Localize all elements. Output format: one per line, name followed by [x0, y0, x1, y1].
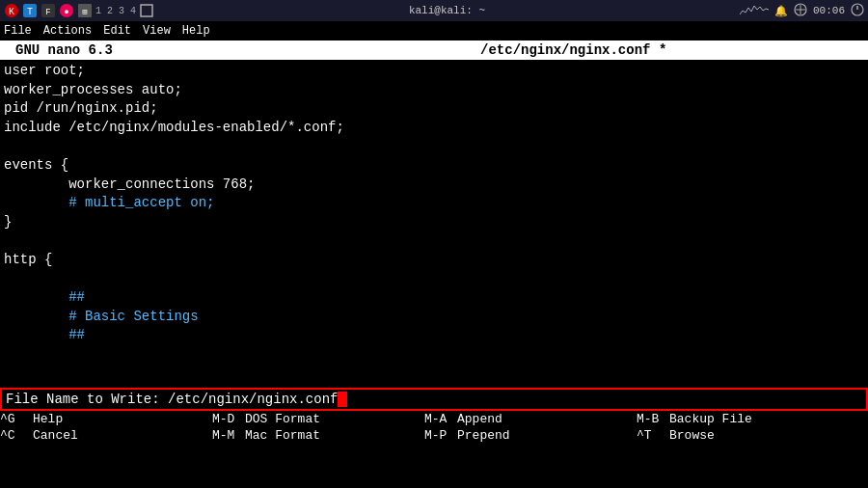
shortcut-item: M-DDOS Format [212, 412, 424, 426]
editor-line: worker_processes auto; [4, 81, 864, 100]
system-bar: K T F ● ⊞ 1 2 3 4 kali@kali: ~ 🔔 [0, 0, 868, 21]
shortcut-item: M-BBackup File [637, 412, 849, 426]
shortcut-row-2: ^CCancelM-MMac FormatM-PPrepend^TBrowse [0, 427, 868, 444]
bell-icon: 🔔 [774, 5, 788, 17]
filename-prompt: File Name to Write: /etc/nginx/nginx.con… [6, 392, 338, 407]
kali-icon: K [4, 3, 19, 18]
shortcut-label: Prepend [457, 428, 510, 443]
svg-text:K: K [9, 7, 14, 17]
menu-item-view[interactable]: View [143, 24, 171, 38]
nano-header: GNU nano 6.3 /etc/nginx/nginx.conf * [0, 41, 868, 60]
svg-rect-10 [141, 5, 152, 16]
editor-line: } [4, 213, 864, 232]
shortcut-row-1: ^GHelpM-DDOS FormatM-AAppendM-BBackup Fi… [0, 411, 868, 427]
shortcut-key: ^G [0, 412, 29, 426]
nano-version: GNU nano 6.3 [15, 42, 294, 58]
editor-line: events { [4, 156, 864, 176]
clock: 00:06 [813, 5, 845, 16]
editor-line [4, 231, 864, 251]
menu-item-actions[interactable]: Actions [43, 24, 92, 38]
editor-content[interactable]: user root;worker_processes auto;pid /run… [0, 60, 868, 388]
app-icon-2: F [41, 3, 56, 18]
editor-line [4, 270, 864, 289]
app-icon-3: ● [59, 3, 74, 18]
network-icon [740, 3, 769, 19]
editor-line: # Basic Settings [4, 308, 864, 327]
editor-line [4, 137, 864, 156]
shortcut-label: Cancel [33, 428, 78, 443]
editor-line: # multi_accept on; [4, 194, 864, 213]
filename-bar[interactable]: File Name to Write: /etc/nginx/nginx.con… [0, 388, 868, 411]
taskbar-numbers: 1 2 3 4 [95, 6, 136, 16]
svg-text:●: ● [64, 8, 68, 17]
shortcut-label: Backup File [669, 412, 752, 426]
editor-line: ## [4, 288, 864, 308]
file-path: /etc/nginx/nginx.conf * [294, 42, 853, 58]
taskbar-left: K T F ● ⊞ 1 2 3 4 [4, 3, 154, 18]
shortcut-label: Browse [669, 428, 715, 443]
app-icon-1: T [22, 3, 38, 18]
network-icon-2 [794, 3, 807, 19]
shortcut-label: Help [33, 412, 63, 426]
shortcut-key: M-A [424, 412, 453, 426]
editor-line: user root; [4, 62, 864, 81]
shortcut-key: M-M [212, 428, 241, 443]
editor-line: pid /run/nginx.pid; [4, 99, 864, 119]
power-icon [851, 3, 864, 19]
menu-item-help[interactable]: Help [182, 24, 210, 38]
menu-bar: FileActionsEditViewHelp [0, 21, 868, 41]
shortcut-key: M-B [637, 412, 665, 426]
shortcut-key: M-D [212, 412, 241, 426]
shortcut-key: ^C [0, 428, 29, 443]
window-icon [139, 3, 154, 18]
app-icon-4: ⊞ [77, 3, 93, 18]
svg-text:⊞: ⊞ [82, 8, 87, 17]
svg-text:T: T [27, 7, 33, 17]
shortcut-label: DOS Format [245, 412, 320, 426]
shortcut-key: ^T [637, 428, 665, 443]
system-tray: 🔔 00:06 [740, 3, 864, 19]
editor-line: ## [4, 326, 864, 345]
shortcuts-panel: ^GHelpM-DDOS FormatM-AAppendM-BBackup Fi… [0, 411, 868, 444]
shortcut-item: M-PPrepend [424, 428, 637, 443]
shortcut-item: ^GHelp [0, 412, 212, 426]
shortcut-item: ^CCancel [0, 428, 212, 443]
shortcut-label: Mac Format [245, 428, 320, 443]
window-title: kali@kali: ~ [409, 5, 485, 16]
shortcut-item: ^TBrowse [637, 428, 849, 443]
shortcut-key: M-P [424, 428, 453, 443]
cursor [338, 392, 347, 407]
svg-text:F: F [45, 8, 50, 17]
editor-line: worker_connections 768; [4, 176, 864, 195]
editor-line: include /etc/nginx/modules-enabled/*.con… [4, 119, 864, 138]
shortcut-item: M-MMac Format [212, 428, 424, 443]
shortcut-item: M-AAppend [424, 412, 637, 426]
menu-item-edit[interactable]: Edit [103, 24, 131, 38]
shortcut-label: Append [457, 412, 502, 426]
menu-item-file[interactable]: File [4, 24, 32, 38]
editor-line: http { [4, 251, 864, 270]
